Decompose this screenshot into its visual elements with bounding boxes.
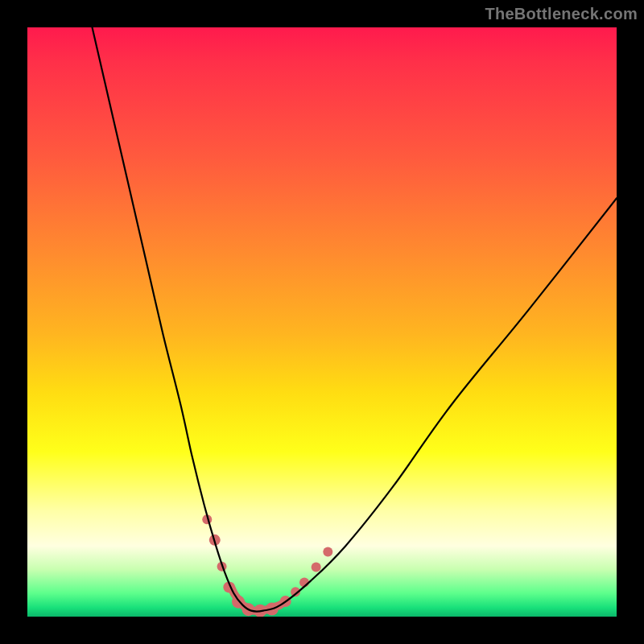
chart-frame: TheBottleneck.com (0, 0, 644, 644)
plot-area (27, 27, 617, 617)
attribution-text: TheBottleneck.com (485, 5, 638, 23)
curve-svg (27, 27, 617, 617)
marker-dot (323, 547, 332, 556)
marker-dot (312, 563, 321, 572)
bottleneck-curve-line (93, 27, 617, 612)
